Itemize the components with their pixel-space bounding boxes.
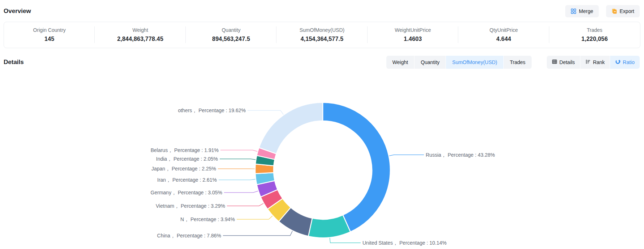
stat-label: WeightUnitPrice [368, 27, 458, 33]
tab-label: Details [559, 59, 575, 65]
chart-label-germany: Germany， Percentage : 3.05% [151, 189, 222, 197]
stat-label: Quantity [186, 27, 276, 33]
rank-icon [585, 59, 591, 66]
chart-label-russia: Russia， Percentage : 43.28% [426, 151, 495, 159]
stat-value: 145 [4, 36, 95, 42]
chart-leader-line-vietnam [227, 203, 263, 206]
stat-label: SumOfMoney(USD) [276, 27, 367, 33]
stat-value: 894,563,247.5 [186, 36, 276, 42]
chart-leader-line-germany [224, 191, 258, 193]
chart-leader-line-belarus [220, 150, 257, 152]
chart-leader-line-india [220, 159, 256, 160]
tab-sumofmoney-usd[interactable]: SumOfMoney(USD) [446, 56, 503, 69]
topbar: Overview Merge [0, 0, 644, 20]
stat-label: Weight [95, 27, 185, 33]
donut-segment-others[interactable] [259, 102, 323, 154]
export-icon [611, 8, 617, 14]
stat-qtyunitprice: QtyUnitPrice4.644 [458, 27, 549, 42]
tab-weight[interactable]: Weight [386, 56, 414, 69]
tab-label: SumOfMoney(USD) [452, 59, 497, 65]
tab-label: Ratio [623, 59, 635, 65]
merge-icon [571, 8, 576, 14]
table-icon [552, 59, 557, 66]
tab-label: Quantity [421, 59, 439, 65]
stat-trades: Trades1,220,056 [549, 27, 640, 42]
tab-label: Weight [392, 59, 408, 65]
page-title: Overview [4, 8, 31, 15]
chart-label-iran: Iran， Percentage : 2.61% [157, 176, 217, 184]
details-title: Details [4, 59, 24, 66]
tab-trades[interactable]: Trades [504, 56, 532, 69]
chart-leader-line-n [237, 216, 272, 219]
chart-label-others: others， Percentage : 19.62% [178, 106, 246, 114]
merge-button-label: Merge [579, 8, 593, 14]
chart-label-china: China， Percentage : 7.86% [157, 232, 221, 240]
stat-label: Origin Country [4, 27, 95, 33]
stat-quantity: Quantity894,563,247.5 [186, 27, 276, 42]
stat-origin-country: Origin Country145 [4, 27, 95, 42]
stat-value: 1.4603 [368, 36, 458, 42]
chart-leader-line-united-states [330, 238, 361, 243]
chart-label-n: N， Percentage : 3.94% [180, 215, 235, 223]
tab-label: Rank [593, 59, 605, 65]
donut-icon [615, 59, 621, 66]
stat-label: QtyUnitPrice [458, 27, 549, 33]
tab-quantity[interactable]: Quantity [415, 56, 446, 69]
tab-details[interactable]: Details [547, 56, 580, 69]
chart-label-japan: Japan， Percentage : 2.25% [151, 165, 216, 173]
tab-rank[interactable]: Rank [580, 56, 610, 69]
chart-leader-line-iran [219, 179, 256, 180]
overview-stats-card: Origin Country145Weight2,844,863,778.45Q… [4, 22, 640, 48]
details-bar: Details WeightQuantitySumOfMoney(USD)Tra… [0, 56, 644, 69]
export-button[interactable]: Export [606, 5, 640, 17]
chart-label-united-states: United States， Percentage : 10.14% [362, 239, 447, 247]
trade-analytics-page: Overview Merge [0, 0, 644, 249]
stat-sumofmoney-usd: SumOfMoney(USD)4,154,364,577.5 [276, 27, 367, 42]
stat-value: 4.644 [458, 36, 549, 42]
metric-tab-group: WeightQuantitySumOfMoney(USD)Trades [386, 56, 532, 69]
donut-segment-russia[interactable] [323, 102, 390, 232]
chart-label-vietnam: Vietnam， Percentage : 3.29% [156, 202, 225, 210]
chart-label-india: India， Percentage : 2.05% [156, 155, 218, 163]
tab-ratio[interactable]: Ratio [610, 56, 640, 69]
stat-value: 2,844,863,778.45 [95, 36, 185, 42]
chart-label-belarus: Belarus， Percentage : 1.91% [151, 146, 219, 154]
stat-value: 4,154,364,577.5 [276, 36, 367, 42]
donut-segment-united-states[interactable] [308, 215, 351, 238]
stat-label: Trades [549, 27, 640, 33]
chart-leader-line-others [248, 110, 283, 114]
stat-value: 1,220,056 [549, 36, 640, 42]
chart-leader-line-china [223, 231, 292, 236]
chart-leader-line-russia [389, 155, 424, 156]
topbar-actions: Merge Export [565, 5, 640, 17]
stat-weightunitprice: WeightUnitPrice1.4603 [368, 27, 458, 42]
export-button-label: Export [620, 8, 634, 14]
tab-label: Trades [510, 59, 525, 65]
merge-button[interactable]: Merge [565, 5, 599, 17]
view-tab-group: DetailsRankRatio [547, 56, 640, 69]
stat-weight: Weight2,844,863,778.45 [95, 27, 185, 42]
